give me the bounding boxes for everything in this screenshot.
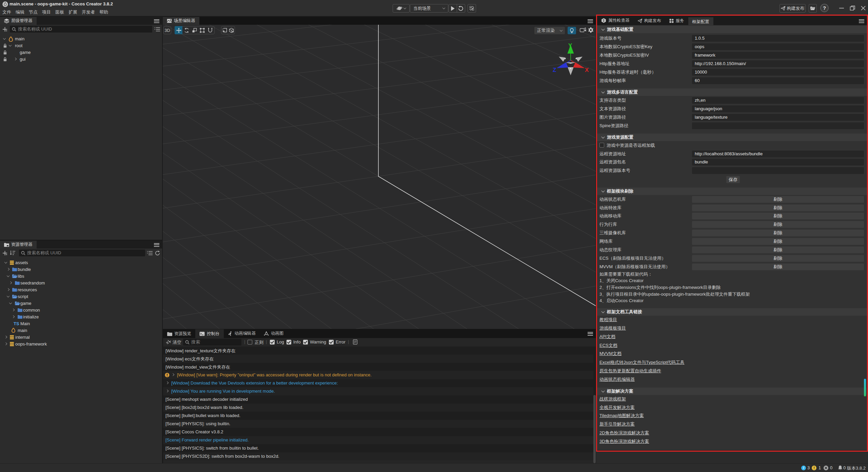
svg-text:Y: Y bbox=[568, 42, 572, 49]
svg-text:X: X bbox=[585, 67, 589, 73]
svg-text:Z: Z bbox=[553, 67, 556, 73]
